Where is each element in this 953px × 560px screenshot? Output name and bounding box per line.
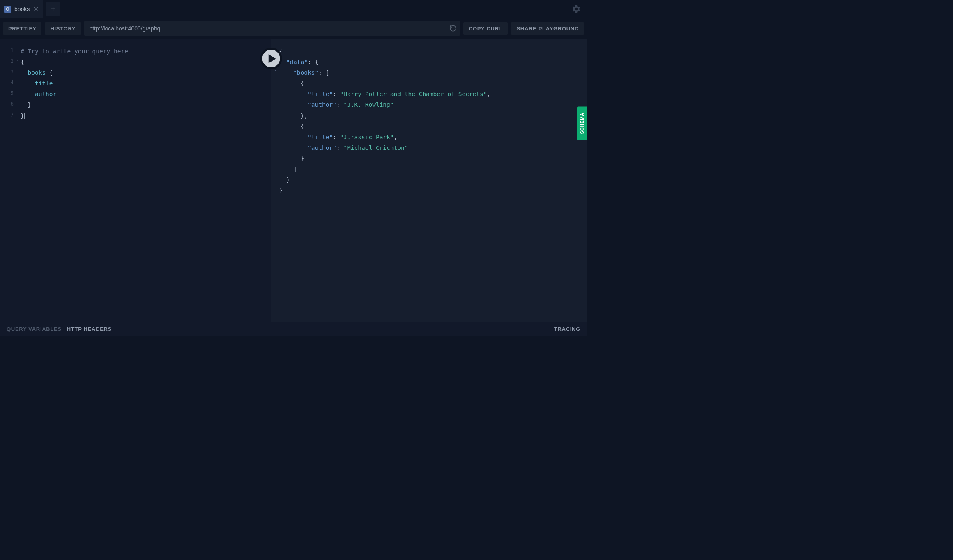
schema-tab[interactable]: SCHEMA bbox=[577, 106, 587, 140]
http-headers-tab[interactable]: HTTP HEADERS bbox=[67, 326, 112, 332]
history-button[interactable]: HISTORY bbox=[45, 22, 81, 35]
query-variables-tab[interactable]: QUERY VARIABLES bbox=[7, 326, 62, 332]
tab-books[interactable]: Q books bbox=[0, 0, 43, 18]
endpoint-input[interactable] bbox=[89, 25, 449, 32]
refresh-icon[interactable] bbox=[449, 25, 457, 32]
share-playground-button[interactable]: SHARE PLAYGROUND bbox=[511, 22, 584, 35]
tracing-tab[interactable]: TRACING bbox=[554, 326, 580, 332]
prettify-button[interactable]: PRETTIFY bbox=[3, 22, 41, 35]
copy-curl-button[interactable]: COPY CURL bbox=[463, 22, 508, 35]
close-tab-icon[interactable] bbox=[33, 6, 39, 12]
gear-icon[interactable] bbox=[572, 5, 581, 14]
url-bar bbox=[84, 21, 460, 36]
query-editor[interactable]: 1# Try to write your query here2▾{3 book… bbox=[0, 39, 271, 322]
tab-label: books bbox=[14, 6, 30, 12]
execute-button[interactable] bbox=[260, 48, 282, 69]
query-type-icon: Q bbox=[4, 6, 11, 13]
add-tab-button[interactable]: + bbox=[46, 2, 60, 16]
result-viewer: ▾{▾ "data": {▾ "books": [ { "title": "Ha… bbox=[271, 39, 587, 322]
